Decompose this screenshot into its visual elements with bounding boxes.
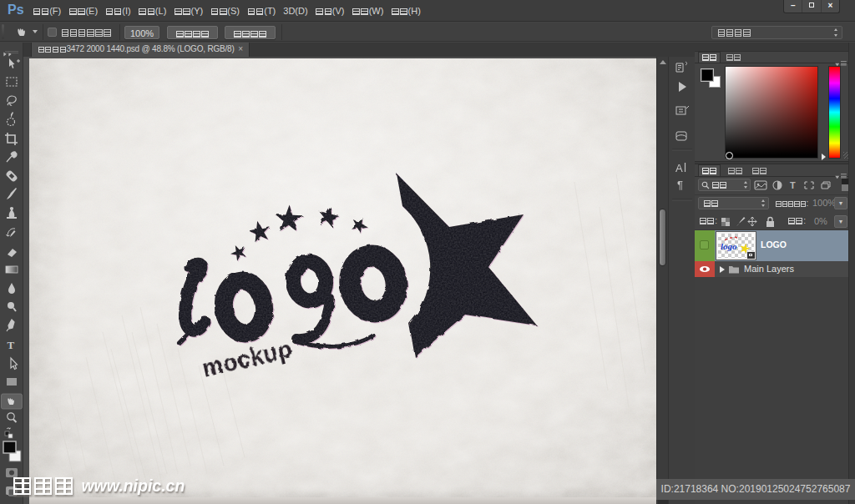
- svg-text:T: T: [790, 180, 796, 190]
- svg-text:logo: logo: [721, 241, 737, 251]
- svg-text:A: A: [675, 162, 683, 174]
- svg-text:¶: ¶: [677, 179, 683, 191]
- svg-text:T: T: [8, 339, 15, 351]
